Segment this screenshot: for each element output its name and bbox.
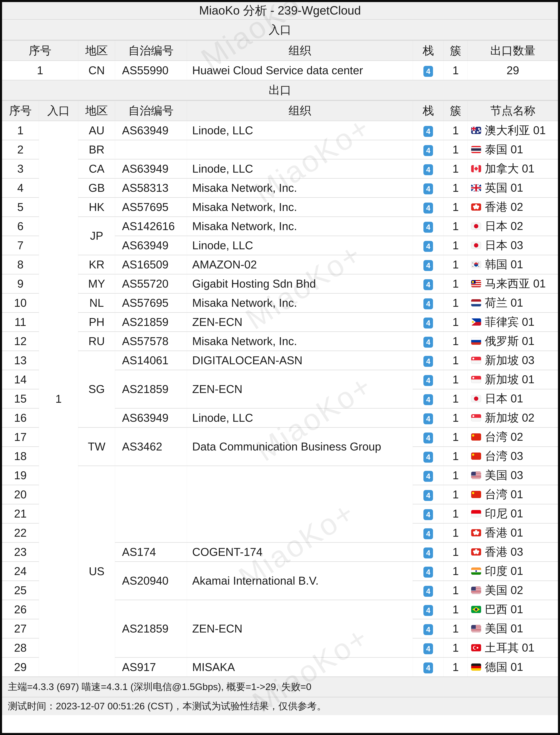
org-cell: ZEN-ECN <box>187 370 413 408</box>
region-cell: NL <box>78 293 115 313</box>
col-header-index: 序号 <box>2 41 78 61</box>
footer-summary: 主端=4.3.3 (697) 喵速=4.3.1 (深圳电信@1.5Gbps), … <box>2 676 558 697</box>
cluster-cell: 1 <box>444 619 468 638</box>
flag-id-icon <box>471 510 481 517</box>
cluster-cell: 1 <box>444 370 468 389</box>
stack-badge: 4 <box>423 145 433 156</box>
row-index-cell: 13 <box>2 351 39 370</box>
asn-cell: AS21859 <box>115 313 187 332</box>
stack-cell: 4 <box>413 446 444 466</box>
flag-ru-icon <box>471 338 481 345</box>
stack-badge: 4 <box>423 260 433 271</box>
stack-badge: 4 <box>423 66 433 77</box>
stack-cell: 4 <box>413 236 444 255</box>
stack-cell: 4 <box>413 657 444 676</box>
row-index-cell: 20 <box>2 485 39 504</box>
row-index-cell: 1 <box>2 61 78 80</box>
org-cell: Linode, LLC <box>187 121 413 140</box>
row-index-cell: 10 <box>2 293 39 313</box>
org-cell <box>187 140 413 159</box>
cluster-cell: 1 <box>444 61 468 80</box>
cluster-cell: 1 <box>444 313 468 332</box>
exit-row: 19US41美国 03 <box>2 466 558 485</box>
cluster-cell: 1 <box>444 198 468 217</box>
asn-cell: AS63949 <box>115 408 187 427</box>
stack-cell: 4 <box>413 351 444 370</box>
node-cell: 日本 03 <box>468 236 558 255</box>
flag-au-icon <box>471 127 481 134</box>
region-cell: US <box>78 466 115 676</box>
stack-badge: 4 <box>423 567 433 578</box>
stack-cell: 4 <box>413 274 444 293</box>
node-name: 台湾 03 <box>485 449 523 462</box>
entrance-header-row: 序号 地区 自治编号 组织 栈 簇 出口数量 <box>2 41 558 61</box>
stack-badge: 4 <box>423 586 433 597</box>
exit-table: 序号 入口 地区 自治编号 组织 栈 簇 节点名称 11AUAS63949Lin… <box>2 100 558 677</box>
exit-row: 13SGAS14061DIGITALOCEAN-ASN41新加坡 03 <box>2 351 558 370</box>
cluster-cell: 1 <box>444 561 468 581</box>
asn-cell <box>115 140 187 159</box>
row-index-cell: 23 <box>2 542 39 561</box>
stack-badge: 4 <box>423 509 433 520</box>
col-header-node-name: 节点名称 <box>468 101 558 121</box>
cluster-cell: 1 <box>444 159 468 178</box>
row-index-cell: 9 <box>2 274 39 293</box>
node-name: 印度 01 <box>485 565 523 577</box>
node-name: 土耳其 01 <box>485 641 534 654</box>
cluster-cell: 1 <box>444 255 468 274</box>
node-cell: 泰国 01 <box>468 140 558 159</box>
node-name: 巴西 01 <box>485 603 523 616</box>
stack-cell: 4 <box>413 638 444 657</box>
stack-cell: 4 <box>413 542 444 561</box>
node-cell: 日本 02 <box>468 217 558 236</box>
flag-th-icon <box>471 146 481 153</box>
stack-badge: 4 <box>423 356 433 367</box>
page-title: MiaoKo 分析 - 239-WgetCloud <box>2 2 558 20</box>
node-cell: 印度 01 <box>468 561 558 581</box>
flag-nl-icon <box>471 299 481 307</box>
asn-cell: AS20940 <box>115 561 187 600</box>
row-index-cell: 5 <box>2 198 39 217</box>
node-cell: 加拿大 01 <box>468 159 558 178</box>
node-cell: 德国 01 <box>468 657 558 676</box>
asn-cell: AS16509 <box>115 255 187 274</box>
node-cell: 英国 01 <box>468 178 558 198</box>
org-cell: Data Communication Business Group <box>187 427 413 466</box>
node-name: 新加坡 01 <box>485 373 534 385</box>
node-cell: 新加坡 01 <box>468 370 558 389</box>
cluster-cell: 1 <box>444 274 468 293</box>
cluster-cell: 1 <box>444 523 468 542</box>
node-name: 台湾 02 <box>485 430 523 443</box>
asn-cell: AS57578 <box>115 332 187 351</box>
org-cell: COGENT-174 <box>187 542 413 561</box>
asn-cell: AS63949 <box>115 121 187 140</box>
flag-jp-icon <box>471 242 481 249</box>
exit-table-body: 序号 入口 地区 自治编号 组织 栈 簇 节点名称 11AUAS63949Lin… <box>2 101 558 676</box>
row-index-cell: 8 <box>2 255 39 274</box>
node-name: 菲律宾 01 <box>485 316 534 328</box>
row-index-cell: 4 <box>2 178 39 198</box>
node-cell: 美国 01 <box>468 619 558 638</box>
node-name: 加拿大 01 <box>485 162 534 175</box>
org-cell: Misaka Network, Inc. <box>187 198 413 217</box>
node-cell: 香港 01 <box>468 523 558 542</box>
row-index-cell: 6 <box>2 217 39 236</box>
col-header-cluster: 簇 <box>444 101 468 121</box>
section-label-entrance: 入口 <box>2 20 558 40</box>
node-name: 香港 03 <box>485 545 523 558</box>
region-cell: GB <box>78 178 115 198</box>
row-index-cell: 21 <box>2 504 39 523</box>
row-index-cell: 28 <box>2 638 39 657</box>
cluster-cell: 1 <box>444 351 468 370</box>
node-cell: 美国 03 <box>468 466 558 485</box>
stack-cell: 4 <box>413 198 444 217</box>
asn-cell: AS21859 <box>115 370 187 408</box>
stack-badge: 4 <box>423 490 433 501</box>
stack-cell: 4 <box>413 313 444 332</box>
stack-badge: 4 <box>423 643 433 654</box>
org-cell: ZEN-ECN <box>187 600 413 657</box>
node-name: 美国 02 <box>485 584 523 596</box>
stack-badge: 4 <box>423 203 433 214</box>
cluster-cell: 1 <box>444 332 468 351</box>
col-header-exit-count: 出口数量 <box>468 41 558 61</box>
